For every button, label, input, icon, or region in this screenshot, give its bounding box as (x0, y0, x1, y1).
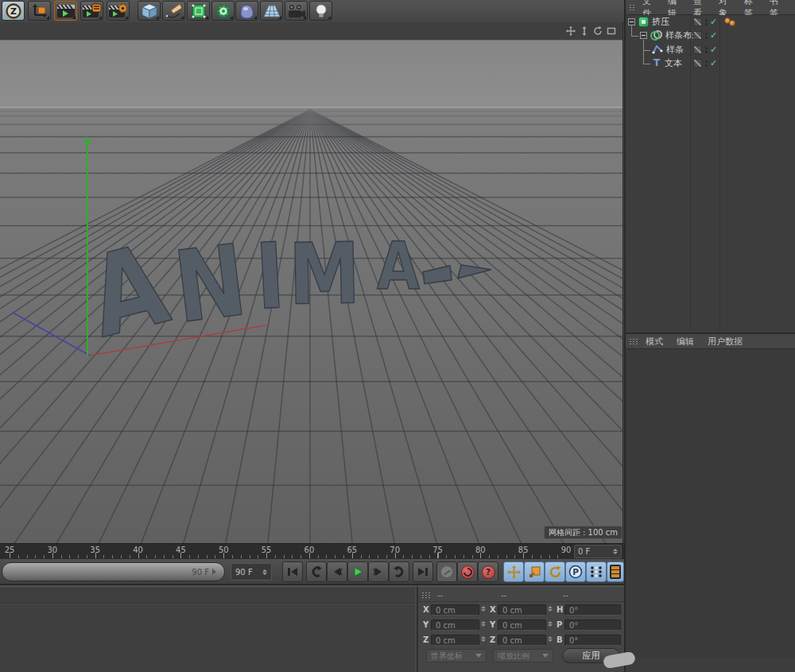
object-row-extrude[interactable]: 挤压 (628, 15, 669, 29)
menu-user-data[interactable]: 用户数据 (708, 336, 743, 348)
attribute-manager-body (626, 349, 795, 658)
pos-y-field[interactable]: 0 cm (431, 620, 479, 631)
floor-grid-icon (263, 3, 281, 19)
primitive-cube-button[interactable] (138, 1, 161, 21)
pos-y-spinner[interactable] (481, 621, 486, 627)
play-button[interactable] (347, 561, 368, 582)
ruler-tick-label: 85 (518, 546, 529, 554)
rot-h-field[interactable]: 0° (564, 604, 621, 616)
floor-environment-button[interactable] (260, 1, 283, 21)
visibility-toggles[interactable]: ✓ (693, 59, 717, 68)
cube-icon (141, 3, 158, 19)
zoom-icon[interactable] (579, 25, 589, 36)
app-logo-z-icon[interactable]: Z (2, 1, 25, 21)
clapperboard-box-icon (83, 3, 102, 19)
layer-square-icon[interactable] (693, 17, 702, 26)
enabled-check-icon[interactable]: ✓ (710, 31, 717, 40)
rot-p-field[interactable]: 0° (564, 620, 621, 631)
keyframe-rotation-toggle[interactable] (545, 561, 565, 582)
record-help-button[interactable]: ? (478, 561, 498, 582)
subdivision-surface-button[interactable] (187, 1, 210, 21)
viewport-floor (0, 108, 622, 543)
enabled-check-icon[interactable]: ✓ (710, 59, 717, 68)
pos-x-field[interactable]: 0 cm (431, 604, 479, 616)
pos-z-field[interactable]: 0 cm (431, 635, 479, 646)
maximize-icon[interactable] (606, 25, 616, 36)
render-settings-button[interactable] (107, 1, 130, 21)
goto-start-button[interactable] (282, 561, 303, 582)
object-row-text[interactable]: T 文本 (652, 56, 682, 70)
camera-button[interactable] (285, 1, 308, 21)
layer-square-icon[interactable] (693, 45, 702, 54)
panel-grip-icon[interactable] (421, 592, 432, 599)
prev-frame-button[interactable] (327, 561, 347, 582)
prev-key-button[interactable] (306, 561, 327, 582)
render-picture-viewer-button[interactable] (80, 1, 103, 21)
current-frame-field[interactable]: 90 F (231, 563, 272, 581)
panel-grip-icon[interactable] (629, 338, 639, 345)
visibility-toggles[interactable]: ✓ (693, 31, 717, 40)
goto-end-button[interactable] (413, 561, 433, 582)
visibility-dots-icon[interactable] (705, 33, 708, 39)
pos-z-spinner[interactable] (481, 636, 486, 642)
record-keyframe-button[interactable] (436, 561, 457, 582)
next-frame-button[interactable] (368, 561, 389, 582)
rotate-icon[interactable] (592, 25, 603, 36)
viewport-3d[interactable]: A N I M A 网格间距 : 100 cm (0, 22, 623, 543)
svg-text:Z: Z (10, 6, 17, 17)
ruler-tick-label: 75 (432, 546, 443, 554)
visibility-toggles[interactable]: ✓ (693, 45, 717, 54)
size-y-field[interactable]: 0 cm (498, 620, 546, 631)
size-x-spinner[interactable] (548, 606, 553, 612)
pos-x-spinner[interactable] (481, 606, 486, 612)
object-manager-menu: 文件 编辑 查看 对象 标签 书签 (626, 0, 795, 15)
timeline-range-slider[interactable]: 90 F (2, 562, 225, 581)
visibility-dots-icon[interactable] (705, 47, 708, 53)
panel-grip-icon[interactable] (629, 4, 636, 11)
visibility-dots-icon[interactable] (705, 19, 708, 25)
keyframe-position-toggle[interactable] (503, 561, 524, 582)
object-row-spline[interactable]: 样条 (652, 43, 684, 56)
pan-icon[interactable] (565, 25, 576, 36)
array-generator-button[interactable] (211, 1, 235, 21)
collapse-icon[interactable] (628, 18, 635, 25)
spinner-arrows-icon[interactable] (262, 569, 267, 575)
enabled-check-icon[interactable]: ✓ (710, 17, 717, 26)
visibility-toggles[interactable]: ✓ (693, 17, 717, 26)
menu-mode[interactable]: 模式 (646, 336, 663, 348)
layer-square-icon[interactable] (693, 59, 702, 68)
size-x-field[interactable]: 0 cm (498, 604, 546, 616)
keyframe-scale-toggle[interactable] (524, 561, 545, 582)
keyframe-parameter-toggle[interactable]: P (565, 561, 586, 582)
ruler-tick-label: 45 (176, 546, 186, 554)
collapse-icon[interactable] (640, 32, 647, 39)
size-z-spinner[interactable] (548, 636, 553, 642)
keyframe-selection-button[interactable] (607, 561, 624, 582)
scale-mode-dropdown[interactable]: 缩放比例 (493, 649, 553, 662)
object-row-spline-boolean[interactable]: 样条布尔 (640, 29, 700, 42)
end-frame-field[interactable]: 0 F (574, 545, 622, 558)
size-y-spinner[interactable] (548, 621, 553, 627)
extrude-object-icon (638, 17, 649, 27)
keyframe-pla-toggle[interactable] (586, 561, 607, 582)
ruler-tick-label: 50 (219, 546, 229, 554)
menu-edit[interactable]: 编辑 (677, 336, 694, 348)
enabled-check-icon[interactable]: ✓ (710, 45, 717, 54)
materials-panel[interactable] (0, 586, 415, 672)
rot-b-field[interactable]: 0° (564, 635, 621, 646)
autokey-button[interactable] (457, 561, 478, 582)
layer-square-icon[interactable] (693, 31, 702, 40)
timeline-ruler[interactable]: 0 F 2530354045505560657075808590 (0, 543, 624, 560)
spinner-arrows-icon[interactable] (613, 549, 618, 554)
object-tag-icon[interactable] (724, 17, 737, 26)
spline-pen-button[interactable] (162, 1, 185, 21)
svg-text:P: P (572, 567, 579, 577)
visibility-dots-icon[interactable] (705, 60, 708, 67)
light-button[interactable] (309, 1, 332, 21)
coordinate-system-dropdown[interactable]: 世界坐标 (426, 649, 487, 662)
axis-tool-button[interactable] (28, 1, 51, 21)
deformer-button[interactable] (235, 1, 258, 21)
size-z-field[interactable]: 0 cm (498, 635, 546, 646)
next-key-button[interactable] (389, 561, 409, 582)
render-view-button[interactable] (54, 1, 77, 21)
